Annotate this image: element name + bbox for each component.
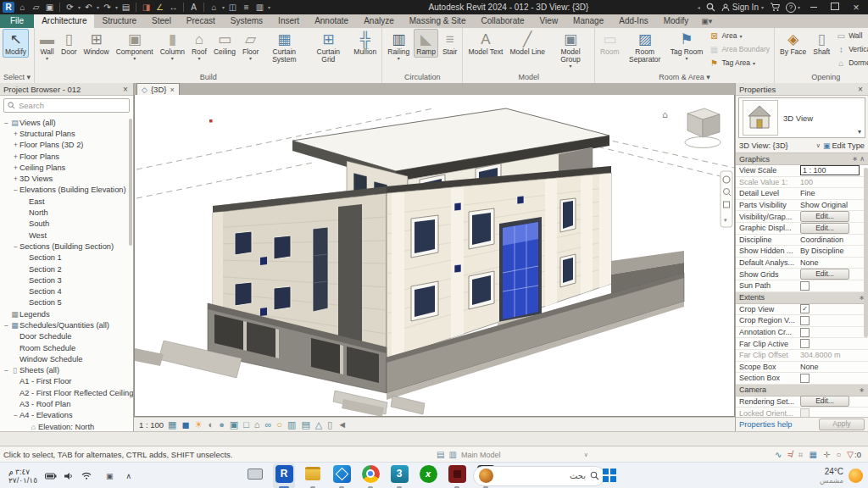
tray-app-icon[interactable]: ▣ [106,471,114,481]
taskbar-search[interactable]: بحث [473,466,605,486]
button-area[interactable]: ⊠Area▾ [707,29,771,42]
property-value[interactable]: 304.8000 m [800,351,841,359]
property-value[interactable]: 100 [800,178,813,186]
taskbar-clock[interactable]: ٣:٤٧ م ٢٧/٠١/١٥ [8,468,37,485]
tab-manage[interactable]: Manage [565,14,611,28]
tree-item-a1-first-floor[interactable]: A1 - First Floor [0,376,133,387]
button-roof[interactable]: ⌂Roof▾ [189,29,209,63]
checkbox[interactable] [800,328,810,337]
panel-label[interactable]: Select ▾ [0,72,34,83]
worksets-icon[interactable]: ▤ [437,450,444,459]
button-ramp[interactable]: ◣Ramp [414,29,438,58]
tree-item-floor-plans[interactable]: +Floor Plans [0,151,133,162]
property-input[interactable]: 1 : 100 [800,165,860,175]
crop-view-icon[interactable]: ▣ [230,419,238,430]
red-app-icon[interactable] [446,463,468,488]
property-value[interactable]: By Discipline [800,247,844,255]
button-shaft[interactable]: ▯Shaft [810,29,832,58]
button-dormer[interactable]: ⌂Dormer [834,56,868,69]
tree-expander-icon[interactable]: + [12,130,19,138]
tab-annotate[interactable]: Annotate [307,14,356,28]
modify-panel-toggle-icon[interactable]: ▣▾ [701,14,712,28]
weather-widget[interactable]: 24°C مشمس [820,468,863,485]
button-floor[interactable]: ▱Floor▾ [240,29,261,63]
tree-expander-icon[interactable]: − [3,119,10,127]
button-vertical[interactable]: ↕Vertical [834,42,868,56]
tree-item-east[interactable]: East [0,196,133,207]
tree-item-sections-building-section-[interactable]: −Sections (Building Section) [0,241,133,252]
exclude-options-icon[interactable]: ∿ [775,450,782,459]
visual-style-icon[interactable]: ◼ [181,419,189,430]
tree-item-section-1[interactable]: Section 1 [0,252,133,263]
tab-analyze[interactable]: Analyze [356,14,402,28]
tree-item-ceiling-plans[interactable]: +Ceiling Plans [0,162,133,173]
design-options-icon[interactable]: ▥ [448,450,456,459]
project-browser-search-input[interactable]: Search [3,98,130,113]
tab-modify[interactable]: Modify [656,14,696,28]
tree-expander-icon[interactable]: − [12,186,19,194]
tree-expander-icon[interactable]: + [12,164,19,172]
section-icon[interactable]: ◫ [227,2,238,13]
panel-label[interactable]: Build [35,72,381,83]
button-railing[interactable]: ▥Railing▾ [385,29,412,63]
toolbar-overflow-icon[interactable]: ◂ [698,4,700,10]
edit-type-button[interactable]: ▣ Edit Type [823,141,865,150]
tree-item-elevation-north[interactable]: ⌂Elevation: North [0,421,133,431]
view-tab-3d[interactable]: ◇ {3D} × [136,83,180,95]
home-icon[interactable]: ⌂ [17,2,28,13]
button-wall[interactable]: ▬Wall▾ [37,29,57,63]
tab-steel[interactable]: Steel [144,14,179,28]
select-links-icon[interactable]: ≉ [787,450,793,459]
panel-label[interactable]: Opening [775,72,868,83]
tree-expander-icon[interactable]: − [12,411,19,419]
photos-app-icon[interactable] [331,463,353,488]
tree-item-floor-plans-3d-2-[interactable]: +Floor Plans (3D 2) [0,140,133,151]
tab-precast[interactable]: Precast [179,14,223,28]
tree-item-west[interactable]: West [0,230,133,241]
filter-button[interactable]: ▽:0 [847,450,861,459]
scale-button[interactable]: 1 : 100 [139,420,164,430]
tree-item-structural-plans[interactable]: +Structural Plans [0,128,133,139]
sync-icon[interactable]: ⟳ [64,2,75,13]
reveal-hidden-icon[interactable]: ○ [276,419,282,430]
view-tab-close-icon[interactable]: × [170,86,174,94]
tree-item-a3-roof-plan[interactable]: A3 - Roof Plan [0,398,133,409]
button-curtain-system[interactable]: ▦Curtain System [263,29,305,65]
default-3d-view-icon[interactable]: ⌂ [209,2,220,13]
3dsmax-app-icon[interactable]: 3 [388,463,410,488]
tree-expander-icon[interactable]: − [12,242,19,251]
button-room-separator[interactable]: ▨Room Separator [624,29,666,65]
sign-in-button[interactable]: Sign In ▾ [721,3,764,12]
temporary-view-properties-icon[interactable]: ▤ [301,419,309,430]
tree-expander-icon[interactable]: + [12,141,19,149]
checkbox[interactable]: ✓ [800,304,810,313]
checkbox[interactable] [800,339,810,348]
type-selector[interactable]: 3D View ▾ [738,97,865,138]
dimension-icon[interactable]: ↔ [168,2,179,13]
checkbox[interactable] [800,281,810,291]
button-model-line[interactable]: ╱Model Line [507,29,548,58]
tab-view[interactable]: View [532,14,566,28]
button-column[interactable]: ▮Column▾ [158,29,187,63]
tree-item-elevations-building-elevation-[interactable]: −Elevations (Building Elevation) [0,185,133,196]
panel-label[interactable]: Circulation [382,72,462,83]
tree-item-section-4[interactable]: Section 4 [0,286,133,297]
tree-item-sheets-all-[interactable]: −▯Sheets (all) [0,365,133,376]
property-value[interactable]: Fine [800,189,815,197]
property-value[interactable]: Show Original [800,201,848,209]
sun-path-icon[interactable]: ☀ [195,419,203,430]
panel-label[interactable]: Model [463,72,594,83]
tree-item-legends[interactable]: ▦Legends [0,308,133,319]
battery-icon[interactable] [45,471,57,481]
hidden-icons-chevron[interactable]: ∧ [126,471,132,481]
properties-scrollbar[interactable] [864,168,868,337]
tab-insert[interactable]: Insert [270,14,307,28]
section-header-extents[interactable]: Extents∗ [736,292,868,304]
minimize-button[interactable] [806,3,821,12]
tree-expander-icon[interactable]: − [3,366,10,374]
edit-button[interactable]: Edit... [800,396,849,407]
xbox-app-icon[interactable]: x [417,463,439,488]
select-pinned-icon[interactable]: ⌗ [798,450,804,460]
tab-architecture[interactable]: Architecture [34,14,94,28]
button-area-boundary[interactable]: ▦Area Boundary [707,42,771,56]
